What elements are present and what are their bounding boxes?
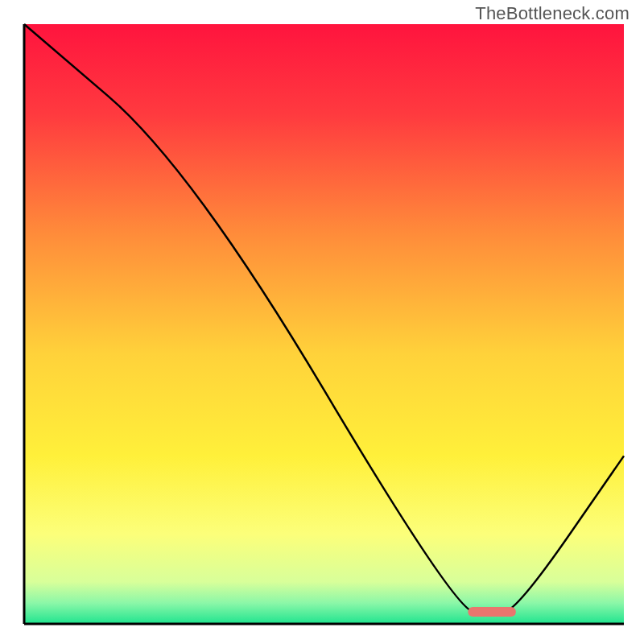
- bottleneck-chart: [0, 0, 644, 644]
- chart-container: TheBottleneck.com: [0, 0, 644, 644]
- plot-background: [24, 24, 624, 624]
- optimal-marker: [468, 607, 516, 617]
